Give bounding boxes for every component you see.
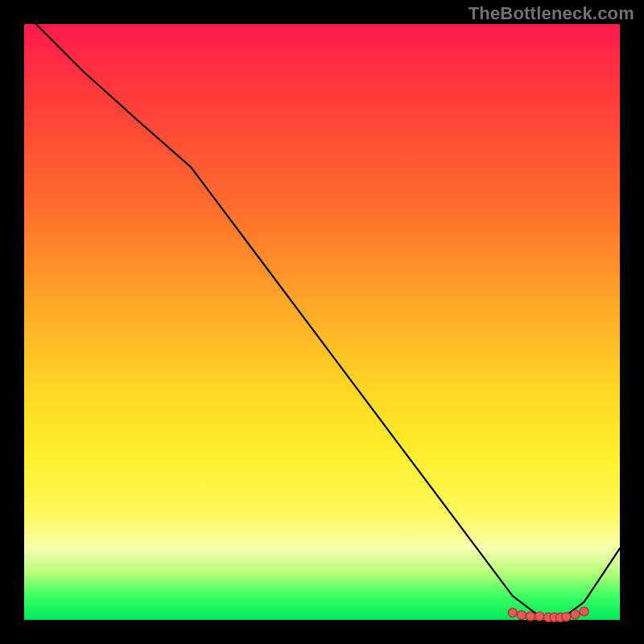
data-marker (562, 613, 571, 621)
data-marker (517, 611, 526, 620)
data-marker (535, 612, 544, 621)
chart-container: TheBottleneck.com (0, 0, 644, 644)
marker-group (508, 607, 588, 621)
plot-area (24, 24, 620, 620)
chart-svg (24, 24, 620, 620)
data-marker (580, 607, 588, 616)
data-marker (508, 609, 517, 617)
watermark-text: TheBottleneck.com (469, 3, 634, 24)
series-curve (36, 24, 620, 620)
data-marker (571, 610, 580, 619)
data-marker (526, 612, 535, 621)
